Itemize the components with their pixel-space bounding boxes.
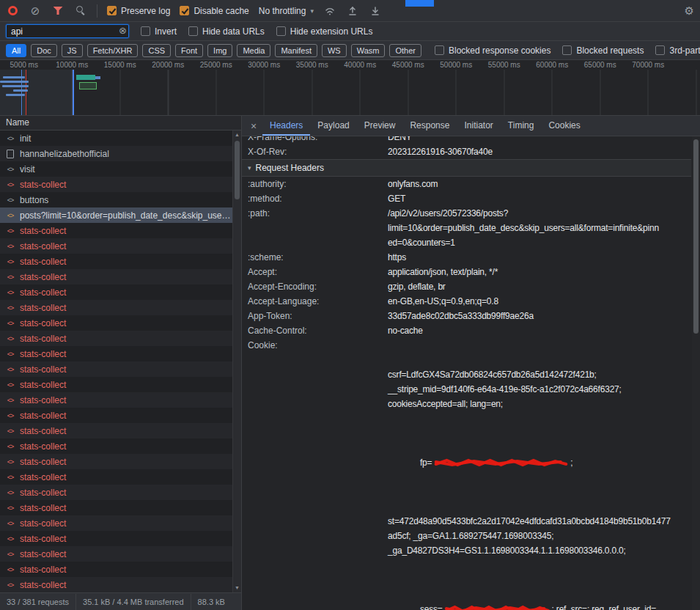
network-request-row[interactable]: stats-collect — [0, 238, 232, 254]
network-request-row[interactable]: stats-collect — [0, 577, 232, 592]
network-request-row[interactable]: init — [0, 131, 232, 146]
scrollbar-thumb[interactable] — [693, 139, 699, 334]
detail-tab[interactable]: Initiator — [457, 116, 500, 136]
type-filter-chip[interactable]: Manifest — [275, 44, 317, 57]
filter-clear-icon[interactable]: ⊗ — [119, 25, 127, 36]
network-conditions-button[interactable] — [323, 4, 336, 18]
network-request-row[interactable]: hannahelizabethofficial — [0, 146, 232, 161]
detail-tab-bar: × Headers Payload Preview Response Initi… — [242, 116, 700, 136]
network-request-row[interactable]: stats-collect — [0, 177, 232, 192]
network-request-row[interactable]: visit — [0, 161, 232, 177]
settings-gear-button[interactable]: ⚙ — [685, 4, 694, 18]
throttling-dropdown[interactable]: No throttling ▾ — [259, 6, 314, 16]
import-har-button[interactable] — [346, 4, 359, 18]
type-filter-chip[interactable]: Doc — [31, 44, 57, 57]
detail-tab[interactable]: Payload — [310, 116, 356, 136]
hide-data-urls-checkbox[interactable]: Hide data URLs — [188, 26, 265, 37]
request-name: stats-collect — [20, 380, 232, 390]
detail-scrollbar[interactable] — [692, 136, 700, 610]
type-filter-chip[interactable]: All — [6, 44, 26, 57]
network-request-row[interactable]: stats-collect — [0, 438, 232, 454]
extra-filter-checkbox[interactable]: 3rd-party requests — [655, 45, 700, 56]
type-filter-chip[interactable]: Media — [237, 44, 270, 57]
network-request-row[interactable]: stats-collect — [0, 254, 232, 269]
clear-button[interactable]: ⊘ — [29, 4, 42, 18]
type-filter-chip[interactable]: WS — [322, 44, 347, 57]
chip-label: Img — [213, 46, 226, 55]
disable-cache-checkbox[interactable]: Disable cache — [180, 6, 248, 16]
network-request-row[interactable]: posts?limit=10&order=publish_date_desc&s… — [0, 207, 232, 223]
type-filter-chip[interactable]: Fetch/XHR — [87, 44, 139, 57]
network-request-row[interactable]: stats-collect — [0, 361, 232, 377]
network-request-row[interactable]: stats-collect — [0, 315, 232, 331]
type-filter-chip[interactable]: Font — [175, 44, 203, 57]
network-request-row[interactable]: stats-collect — [0, 331, 232, 346]
type-filter-chip[interactable]: Wasm — [351, 44, 386, 57]
overview-request-bar — [79, 82, 97, 89]
network-request-row[interactable]: stats-collect — [0, 485, 232, 500]
type-filter-chip[interactable]: Img — [207, 44, 232, 57]
scroll-up-arrow-icon[interactable]: ▲ — [233, 131, 241, 139]
close-icon[interactable]: × — [245, 116, 262, 136]
extra-filter-checkbox[interactable]: Blocked requests — [562, 45, 644, 56]
network-request-row[interactable]: stats-collect — [0, 423, 232, 438]
network-request-row[interactable]: stats-collect — [0, 346, 232, 361]
request-type-icon — [5, 243, 15, 250]
network-overview-strip[interactable]: 5000 ms10000 ms15000 ms20000 ms25000 ms3… — [0, 60, 700, 116]
network-request-row[interactable]: stats-collect — [0, 223, 232, 238]
hide-extension-urls-checkbox[interactable]: Hide extension URLs — [276, 26, 373, 37]
scroll-down-arrow-icon[interactable]: ▼ — [233, 584, 241, 592]
network-request-row[interactable]: stats-collect — [0, 408, 232, 423]
name-column-header[interactable]: Name — [0, 116, 241, 131]
network-request-row[interactable]: stats-collect — [0, 562, 232, 577]
request-name: stats-collect — [20, 180, 232, 190]
timeline-tick-label: 30000 ms — [240, 60, 289, 70]
filter-input-wrap: ⊗ — [6, 24, 129, 38]
request-type-icon — [5, 227, 15, 235]
scrollbar-thumb[interactable] — [235, 141, 240, 199]
devtools-network-panel: ⊘ Preserve log Disable cache No throttli… — [0, 0, 700, 610]
network-request-row[interactable]: buttons — [0, 192, 232, 207]
request-list-scrollbar[interactable]: ▲ ▼ — [232, 131, 241, 592]
invert-checkbox[interactable]: Invert — [141, 26, 177, 37]
header-key: :scheme: — [242, 250, 388, 265]
network-request-row[interactable]: stats-collect — [0, 500, 232, 515]
request-name: stats-collect — [20, 272, 232, 282]
network-request-row[interactable]: stats-collect — [0, 377, 232, 392]
type-filter-chip[interactable]: Other — [389, 44, 421, 57]
timeline-tick-label: 5000 ms — [0, 60, 48, 70]
request-name: stats-collect — [20, 518, 232, 529]
network-request-row[interactable]: stats-collect — [0, 300, 232, 315]
detail-tab[interactable]: Response — [402, 116, 457, 136]
request-type-icon — [5, 320, 15, 327]
network-request-row[interactable]: stats-collect — [0, 531, 232, 546]
network-request-row[interactable]: stats-collect — [0, 454, 232, 469]
request-type-icon — [5, 412, 15, 419]
extra-filter-checkbox[interactable]: Blocked response cookies — [435, 45, 550, 56]
detail-tab[interactable]: Timing — [501, 116, 542, 136]
checkbox-box — [180, 6, 189, 15]
network-request-row[interactable]: stats-collect — [0, 546, 232, 562]
type-filter-chip[interactable]: JS — [62, 44, 83, 57]
cookie-text: ; — [570, 457, 572, 468]
header-row: X-Frame-Options: DENY — [242, 136, 691, 144]
detail-tab[interactable]: Headers — [262, 116, 310, 136]
request-headers-section-header[interactable]: ▾ Request Headers — [242, 159, 691, 177]
network-request-row[interactable]: stats-collect — [0, 469, 232, 485]
record-button[interactable] — [6, 4, 19, 18]
request-type-icon — [5, 181, 15, 188]
network-request-row[interactable]: stats-collect — [0, 284, 232, 300]
network-request-row[interactable]: stats-collect — [0, 515, 232, 531]
type-filter-chip[interactable]: CSS — [142, 44, 171, 57]
preserve-log-checkbox[interactable]: Preserve log — [107, 6, 170, 16]
network-request-row[interactable]: stats-collect — [0, 392, 232, 408]
redaction-scribble — [444, 605, 550, 610]
search-button[interactable] — [74, 4, 87, 18]
detail-tab[interactable]: Cookies — [541, 116, 587, 136]
detail-tab[interactable]: Preview — [357, 116, 403, 136]
network-request-row[interactable]: stats-collect — [0, 269, 232, 284]
export-har-button[interactable] — [369, 4, 382, 18]
request-type-icon — [5, 458, 15, 466]
filter-toggle-button[interactable] — [51, 4, 65, 18]
filter-input[interactable] — [6, 24, 129, 38]
